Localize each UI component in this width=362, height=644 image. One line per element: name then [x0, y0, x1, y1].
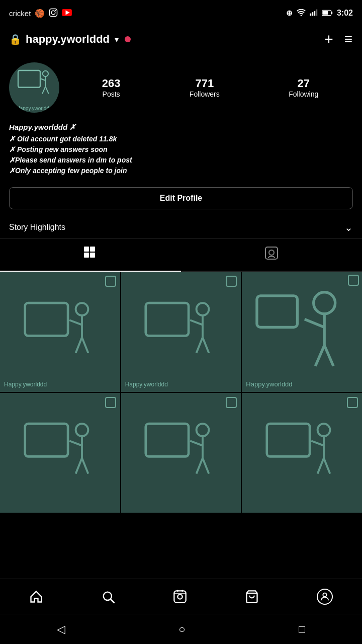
svg-rect-64 [174, 591, 186, 602]
svg-rect-50 [146, 424, 189, 457]
svg-point-45 [75, 424, 88, 437]
bio-name: Happy.yworlddd ✗ [9, 123, 353, 132]
grid-item-label: Happy.yworlddd [125, 381, 168, 388]
nav-shop-button[interactable] [245, 590, 259, 604]
username-text[interactable]: happy.yworlddd [26, 33, 110, 46]
stat-posts[interactable]: 263 Posts [102, 77, 121, 98]
grid-item-label: Happy.yworlddd [4, 381, 47, 388]
svg-line-61 [324, 458, 330, 474]
svg-rect-13 [18, 70, 40, 88]
reel-icon [347, 397, 358, 408]
svg-line-49 [82, 458, 88, 474]
grid-item[interactable]: Happy.yworlddd [121, 272, 241, 392]
story-highlights-chevron-icon[interactable]: ⌄ [344, 221, 353, 233]
svg-line-19 [45, 87, 48, 94]
nav-home-button[interactable] [29, 590, 43, 604]
grid-item-label: Happy.yworlddd [246, 380, 292, 388]
bio-line-1: ✗ Old account got deleted 11.8k [9, 134, 353, 144]
svg-rect-22 [84, 253, 89, 258]
nav-profile-button[interactable] [317, 589, 333, 605]
followers-label: Followers [190, 90, 220, 98]
stat-following[interactable]: 27 Following [289, 77, 318, 98]
grid-item[interactable]: Happy.yworlddd [0, 272, 120, 392]
svg-line-59 [311, 441, 324, 446]
svg-rect-20 [84, 247, 89, 252]
svg-line-30 [75, 337, 81, 353]
lock-icon: 🔒 [9, 33, 22, 45]
svg-rect-8 [314, 11, 315, 16]
bio-line-2: ✗ Posting new answers soon [9, 144, 353, 155]
svg-point-65 [177, 594, 182, 599]
grid-item[interactable] [242, 393, 362, 513]
tab-tagged[interactable] [181, 239, 362, 271]
tab-bar [0, 239, 362, 272]
svg-line-54 [197, 458, 203, 474]
stat-followers[interactable]: 771 Followers [190, 77, 220, 98]
bio-section: Happy.yworlddd ✗ ✗ Old account got delet… [0, 117, 362, 180]
svg-line-35 [191, 320, 203, 325]
top-nav: 🔒 happy.yworlddd ▾ + ≡ [0, 24, 362, 54]
svg-point-25 [269, 250, 274, 255]
svg-line-43 [324, 345, 333, 366]
add-content-button[interactable]: + [324, 31, 333, 48]
svg-rect-23 [90, 253, 95, 258]
svg-rect-0 [50, 9, 57, 16]
svg-point-51 [197, 424, 209, 437]
svg-point-70 [323, 593, 327, 596]
grid-item[interactable] [121, 393, 241, 513]
top-nav-right: + ≡ [324, 31, 353, 48]
reel-icon [105, 397, 116, 408]
bio-line-3: ✗Please send answers in dm to post [9, 155, 353, 166]
story-highlights-label: Story Highlights [9, 223, 65, 232]
reel-icon [105, 276, 116, 287]
tagged-icon [264, 246, 279, 264]
nav-search-button[interactable] [101, 590, 115, 604]
svg-rect-21 [90, 247, 95, 252]
home-button[interactable]: ○ [178, 623, 185, 636]
svg-point-67 [182, 590, 184, 592]
svg-line-63 [110, 599, 114, 602]
svg-line-31 [82, 337, 88, 353]
svg-rect-26 [25, 303, 68, 336]
svg-line-42 [316, 345, 325, 366]
following-label: Following [289, 90, 318, 98]
svg-rect-32 [146, 303, 189, 336]
sync-icon: ⊕ [286, 9, 293, 18]
status-left: cricket 🏀 [9, 8, 72, 19]
grid-item[interactable] [0, 393, 120, 513]
recents-button[interactable]: □ [299, 623, 305, 636]
carrier-text: cricket [9, 9, 31, 18]
svg-point-5 [300, 15, 302, 16]
bio-line-4: ✗Only accepting few people to join [9, 166, 353, 176]
svg-point-66 [177, 590, 179, 592]
edit-profile-button[interactable]: Edit Profile [9, 187, 353, 209]
profile-section: Happy.yworlddd 263 Posts 771 Followers 2… [0, 54, 362, 117]
svg-line-60 [318, 458, 324, 474]
reel-icon [226, 397, 237, 408]
reel-icon [226, 276, 237, 287]
svg-rect-11 [331, 11, 333, 14]
youtube-icon [62, 9, 72, 18]
svg-line-36 [197, 337, 203, 353]
svg-rect-56 [267, 424, 310, 457]
android-nav-bar: ◁ ○ □ [0, 614, 362, 644]
top-nav-left[interactable]: 🔒 happy.yworlddd ▾ [9, 33, 131, 46]
tab-grid[interactable] [0, 239, 181, 271]
back-button[interactable]: ◁ [57, 623, 65, 636]
nav-reels-button[interactable] [173, 590, 187, 604]
grid-item[interactable]: Happy.yworlddd [242, 272, 362, 392]
svg-point-27 [75, 303, 88, 315]
menu-button[interactable]: ≡ [344, 31, 353, 47]
posts-count: 263 [102, 77, 121, 90]
status-bar: cricket 🏀 ⊕ 3:02 [0, 0, 362, 24]
profile-avatar-circle [317, 589, 333, 605]
svg-line-53 [191, 441, 203, 446]
svg-point-2 [55, 10, 56, 11]
svg-line-29 [69, 320, 82, 325]
svg-rect-12 [322, 11, 328, 15]
story-highlights-row[interactable]: Story Highlights ⌄ [0, 216, 362, 239]
avatar[interactable]: Happy.yworlddd [9, 62, 59, 113]
username-chevron-icon[interactable]: ▾ [115, 35, 119, 44]
posts-label: Posts [103, 90, 120, 98]
svg-line-40 [305, 319, 324, 327]
